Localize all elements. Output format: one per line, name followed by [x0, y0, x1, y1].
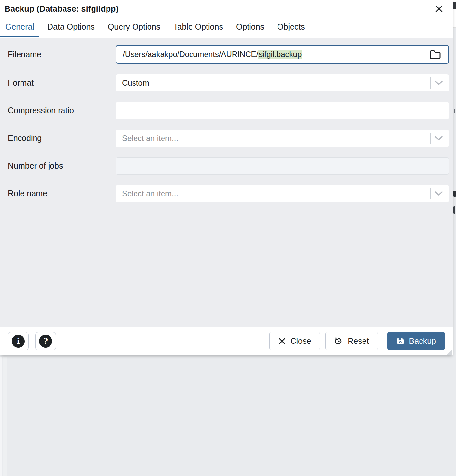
- background-text-fragment: [453, 206, 455, 214]
- chevron-down-icon: [433, 74, 444, 91]
- role-name-row: Role name Select an item...: [8, 185, 449, 202]
- resize-handle[interactable]: [447, 349, 452, 355]
- close-icon[interactable]: [433, 2, 446, 15]
- compression-ratio-input[interactable]: [116, 102, 449, 119]
- backup-button[interactable]: Backup: [387, 332, 445, 350]
- backup-dialog: Backup (Database: sifgildpp) General Dat…: [0, 0, 453, 355]
- filename-input[interactable]: /Users/aakakpo/Documents/AURINCE/sifgil.…: [116, 45, 449, 64]
- tab-data-options[interactable]: Data Options: [42, 18, 100, 37]
- tab-bar: General Data Options Query Options Table…: [0, 18, 453, 37]
- compression-ratio-row: Compression ratio: [8, 102, 449, 119]
- filename-value: /Users/aakakpo/Documents/AURINCE/sifgil.…: [123, 50, 302, 59]
- help-icon: ?: [39, 335, 52, 348]
- encoding-label: Encoding: [8, 133, 116, 143]
- number-of-jobs-row: Number of jobs: [8, 157, 449, 175]
- background-icon-fragment: [453, 2, 456, 9]
- background-app-area: [0, 355, 456, 476]
- reset-button-label: Reset: [348, 336, 369, 346]
- folder-icon[interactable]: [425, 46, 446, 63]
- format-select[interactable]: Custom: [116, 74, 449, 91]
- role-name-placeholder: Select an item...: [122, 189, 178, 198]
- tab-query-options[interactable]: Query Options: [103, 18, 165, 37]
- select-divider: [430, 133, 431, 144]
- reset-icon: [334, 337, 343, 346]
- close-button-label: Close: [290, 336, 311, 346]
- tab-table-options[interactable]: Table Options: [168, 18, 228, 37]
- number-of-jobs-input: [116, 157, 449, 175]
- reset-button[interactable]: Reset: [325, 332, 378, 350]
- help-button[interactable]: ?: [35, 332, 56, 350]
- filename-row: Filename /Users/aakakpo/Documents/AURINC…: [8, 45, 449, 64]
- background-right-strip: [453, 0, 456, 476]
- role-name-select[interactable]: Select an item...: [116, 185, 449, 202]
- save-icon: [396, 337, 405, 345]
- close-button[interactable]: Close: [269, 332, 320, 350]
- filename-selected-text: sifgil.backup: [258, 50, 302, 59]
- select-divider: [430, 77, 431, 89]
- background-left-strip: [0, 357, 2, 476]
- tab-options[interactable]: Options: [231, 18, 269, 37]
- encoding-row: Encoding Select an item...: [8, 130, 449, 147]
- chevron-down-icon: [433, 185, 444, 202]
- dialog-body: Filename /Users/aakakpo/Documents/AURINC…: [0, 38, 453, 327]
- format-row: Format Custom: [8, 74, 449, 91]
- encoding-placeholder: Select an item...: [122, 134, 178, 143]
- role-name-label: Role name: [8, 189, 116, 198]
- number-of-jobs-label: Number of jobs: [8, 161, 116, 171]
- tab-general[interactable]: General: [0, 18, 39, 37]
- filename-label: Filename: [8, 50, 116, 59]
- dialog-title: Backup (Database: sifgildpp): [5, 4, 119, 14]
- x-icon: [278, 337, 286, 345]
- background-text-fragment: [453, 191, 456, 197]
- dialog-titlebar: Backup (Database: sifgildpp): [0, 0, 453, 18]
- background-divider-fragment: [453, 146, 456, 146]
- info-button[interactable]: i: [8, 332, 29, 350]
- chevron-down-icon: [433, 130, 444, 147]
- format-label: Format: [8, 78, 116, 88]
- encoding-select[interactable]: Select an item...: [116, 130, 449, 147]
- compression-ratio-label: Compression ratio: [8, 106, 116, 115]
- format-select-value: Custom: [122, 78, 149, 88]
- info-icon: i: [12, 335, 25, 348]
- tab-objects[interactable]: Objects: [272, 18, 310, 37]
- select-divider: [430, 188, 431, 199]
- dialog-footer: i ? Close Reset: [0, 327, 453, 355]
- background-left-panel-edge: [3, 357, 7, 476]
- background-text-fragment: [454, 109, 455, 113]
- backup-button-label: Backup: [409, 336, 436, 346]
